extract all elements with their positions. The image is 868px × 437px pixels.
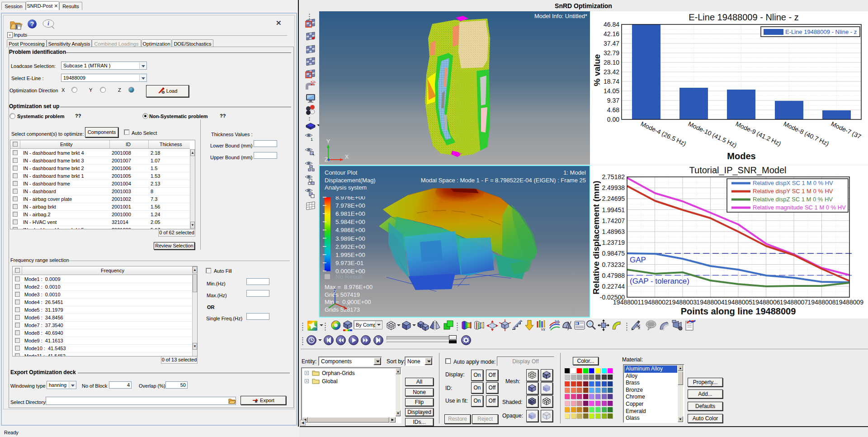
svg-text:2.75182: 2.75182 <box>602 173 625 180</box>
svg-text:Modes: Modes <box>727 151 755 161</box>
svg-text:0.47988: 0.47988 <box>602 272 625 279</box>
svg-text:Relative displacement (mm): Relative displacement (mm) <box>591 180 601 294</box>
svg-text:1.995E+00: 1.995E+00 <box>335 252 365 258</box>
svg-text:E-Line 19488009 - Nline - z: E-Line 19488009 - Nline - z <box>785 28 857 35</box>
svg-text:19488004: 19488004 <box>696 299 725 306</box>
svg-text:(GAP - tolerance): (GAP - tolerance) <box>630 277 689 285</box>
svg-text:1.99451: 1.99451 <box>602 206 625 214</box>
svg-text:4.68: 4.68 <box>607 106 619 114</box>
svg-text:1: 1 <box>311 137 313 142</box>
svg-text:5.984E+00: 5.984E+00 <box>335 218 365 225</box>
svg-text:Z: Z <box>325 157 328 163</box>
svg-text:19488007: 19488007 <box>780 299 808 306</box>
svg-text:37.47: 37.47 <box>604 40 619 47</box>
svg-text:E-Line 19488009 - Nline - z: E-Line 19488009 - Nline - z <box>689 12 798 22</box>
svg-text:42.16: 42.16 <box>604 30 619 38</box>
svg-text:0.22744: 0.22744 <box>602 283 625 290</box>
svg-text:Tutorial_IP_SNR_Model: Tutorial_IP_SNR_Model <box>689 165 787 176</box>
svg-text:2.49938: 2.49938 <box>602 184 625 191</box>
svg-text:28.10: 28.10 <box>604 59 619 66</box>
svg-text:3.989E+00: 3.989E+00 <box>335 235 365 242</box>
svg-text:18.74: 18.74 <box>604 78 619 85</box>
svg-text:X: X <box>347 300 350 307</box>
svg-text:vx: vx <box>541 327 545 331</box>
svg-text:19488006: 19488006 <box>752 299 780 306</box>
svg-text:19488005: 19488005 <box>724 299 753 306</box>
svg-text:i: i <box>576 322 577 325</box>
svg-text:Y: Y <box>326 138 330 145</box>
svg-text:7.978E+00: 7.978E+00 <box>335 202 365 209</box>
svg-text:2.24695: 2.24695 <box>602 195 625 202</box>
svg-text:14.05: 14.05 <box>604 87 619 95</box>
svg-text:9.37: 9.37 <box>607 97 619 104</box>
svg-text:Relative dispZ SC 1 M 0 % HV: Relative dispZ SC 1 M 0 % HV <box>753 196 833 203</box>
svg-text:8.976E+00: 8.976E+00 <box>335 196 365 201</box>
svg-text:19488001: 19488001 <box>613 299 642 306</box>
svg-text:19488003: 19488003 <box>669 299 697 306</box>
svg-text:0.73232: 0.73232 <box>602 261 625 268</box>
svg-text:1.48963: 1.48963 <box>602 228 625 235</box>
svg-text:6.981E+00: 6.981E+00 <box>335 210 365 217</box>
svg-text:1.23719: 1.23719 <box>602 239 625 246</box>
svg-text:Z: Z <box>333 290 336 296</box>
svg-text:% value: % value <box>592 54 602 86</box>
svg-text:Relative dispY SC 1 M 0 % HV: Relative dispY SC 1 M 0 % HV <box>753 188 833 195</box>
svg-text:32.79: 32.79 <box>604 49 619 57</box>
svg-text:Relative dispX SC 1 M 0 % HV: Relative dispX SC 1 M 0 % HV <box>753 180 833 186</box>
svg-text:1.74207: 1.74207 <box>602 217 625 224</box>
svg-text:23.42: 23.42 <box>604 68 619 76</box>
svg-text:19488009: 19488009 <box>835 299 864 306</box>
svg-text:0.00: 0.00 <box>607 116 619 123</box>
svg-text:2.992E+00: 2.992E+00 <box>335 243 365 250</box>
svg-text:4.986E+00: 4.986E+00 <box>335 227 365 233</box>
svg-text:0.98475: 0.98475 <box>602 250 625 257</box>
svg-text:19488002: 19488002 <box>641 299 669 306</box>
svg-text:Y: Y <box>330 299 333 306</box>
svg-text:No Result: No Result <box>335 273 363 280</box>
svg-text:GAP: GAP <box>630 256 646 264</box>
svg-text:46.84: 46.84 <box>604 21 619 28</box>
svg-text:19488008: 19488008 <box>807 299 836 306</box>
svg-text:Points along line 19488009: Points along line 19488009 <box>681 306 796 316</box>
svg-text:9.973E-01: 9.973E-01 <box>335 260 363 266</box>
svg-text:X: X <box>345 154 349 160</box>
svg-text:Relative magnitude SC 1 M 0 %: Relative magnitude SC 1 M 0 % HV <box>753 204 846 211</box>
